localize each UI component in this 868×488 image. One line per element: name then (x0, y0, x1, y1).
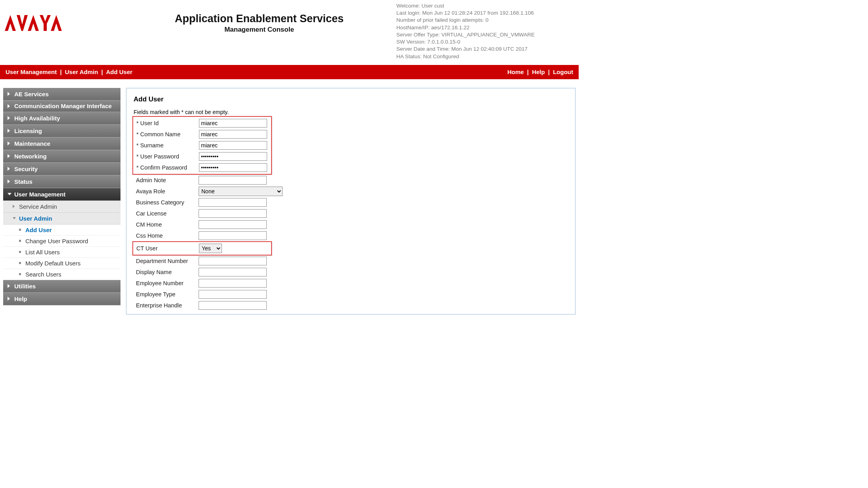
sidebar-item-networking[interactable]: Networking (3, 150, 120, 163)
label-employee-type: Employee Type (134, 291, 199, 297)
info-sw-version: SW Version: 7.0.1.0.0.15-0 (396, 38, 579, 46)
breadcrumb-add-user[interactable]: Add User (106, 69, 132, 75)
label-surname: * Surname (134, 142, 199, 149)
top-right-links: Home | Help | Logout (507, 69, 573, 75)
label-user-password: * User Password (134, 153, 199, 160)
label-admin-note: Admin Note (134, 177, 199, 183)
sidebar-item-cm-interface[interactable]: Communication Manager Interface (3, 101, 120, 112)
sidebar: AE Services Communication Manager Interf… (3, 88, 120, 315)
department-number-input[interactable] (199, 257, 267, 265)
car-license-input[interactable] (199, 209, 267, 218)
breadcrumb-user-admin[interactable]: User Admin (65, 69, 98, 75)
label-employee-number: Employee Number (134, 280, 199, 286)
label-confirm-password: * Confirm Password (134, 164, 199, 171)
breadcrumb-user-management[interactable]: User Management (6, 69, 57, 75)
page-title: Application Enablement Services (122, 13, 396, 25)
avaya-role-select[interactable]: None (199, 187, 283, 196)
highlight-ct-user: CT User Yes (132, 241, 272, 255)
avaya-logo (3, 13, 122, 32)
highlight-required-fields: * User Id * Common Name * Surname * User… (132, 116, 272, 175)
surname-input[interactable] (199, 141, 267, 150)
info-failed-attempts: Number of prior failed login attempts: 0 (396, 17, 579, 24)
sidebar-item-help-nav[interactable]: Help (3, 293, 120, 305)
label-business-category: Business Category (134, 199, 199, 206)
sidebar-item-status[interactable]: Status (3, 175, 120, 188)
enterprise-handle-input[interactable] (199, 301, 267, 310)
label-car-license: Car License (134, 210, 199, 217)
logo-block (3, 2, 122, 32)
title-block: Application Enablement Services Manageme… (122, 2, 396, 34)
info-ha-status: HA Status: Not Configured (396, 53, 579, 60)
label-cm-home: CM Home (134, 221, 199, 228)
sidebar-leaf-modify-default-users[interactable]: Modify Default Users (3, 258, 120, 269)
employee-type-input[interactable] (199, 290, 267, 299)
sidebar-leaf-search-users[interactable]: Search Users (3, 269, 120, 280)
business-category-input[interactable] (199, 198, 267, 207)
sidebar-item-ae-services[interactable]: AE Services (3, 88, 120, 101)
label-user-id: * User Id (134, 120, 199, 126)
label-display-name: Display Name (134, 269, 199, 275)
home-link[interactable]: Home (507, 69, 524, 75)
css-home-input[interactable] (199, 231, 267, 240)
header-area: Application Enablement Services Manageme… (0, 0, 579, 60)
label-css-home: Css Home (134, 233, 199, 239)
label-avaya-role: Avaya Role (134, 188, 199, 194)
sidebar-item-licensing[interactable]: Licensing (3, 125, 120, 137)
label-department-number: Department Number (134, 258, 199, 264)
breadcrumb-bar: User Management | User Admin | Add User … (0, 65, 579, 79)
info-hostname: HostName/IP: aes/172.16.1.22 (396, 24, 579, 31)
help-link[interactable]: Help (532, 69, 545, 75)
required-note: Fields marked with * can not be empty. (134, 109, 568, 115)
common-name-input[interactable] (199, 130, 267, 139)
info-server-date: Server Date and Time: Mon Jun 12 02:40:0… (396, 46, 579, 53)
sidebar-item-user-management[interactable]: User Management (3, 188, 120, 201)
page-subtitle: Management Console (122, 26, 396, 34)
admin-note-input[interactable] (199, 176, 267, 185)
ct-user-select[interactable]: Yes (199, 244, 222, 253)
sidebar-leaf-add-user[interactable]: Add User (3, 225, 120, 236)
label-ct-user: CT User (134, 245, 199, 252)
user-id-input[interactable] (199, 119, 267, 128)
label-common-name: * Common Name (134, 131, 199, 137)
info-welcome: Welcome: User cust (396, 2, 579, 10)
info-last-login: Last login: Mon Jun 12 01:28:24 2017 fro… (396, 10, 579, 17)
user-password-input[interactable] (199, 152, 267, 161)
sidebar-leaf-change-user-password[interactable]: Change User Password (3, 236, 120, 247)
cm-home-input[interactable] (199, 220, 267, 229)
sidebar-leaf-list-all-users[interactable]: List All Users (3, 247, 120, 258)
display-name-input[interactable] (199, 268, 267, 276)
sidebar-sub-service-admin[interactable]: Service Admin (3, 201, 120, 213)
sidebar-item-high-availability[interactable]: .High Availability (3, 112, 120, 125)
label-enterprise-handle: Enterprise Handle (134, 302, 199, 309)
session-info-block: Welcome: User cust Last login: Mon Jun 1… (396, 2, 579, 60)
sidebar-item-utilities[interactable]: Utilities (3, 280, 120, 293)
content-wrap: AE Services Communication Manager Interf… (0, 79, 579, 315)
panel-heading: Add User (134, 95, 568, 103)
employee-number-input[interactable] (199, 279, 267, 288)
info-server-offer: Server Offer Type: VIRTUAL_APPLIANCE_ON_… (396, 31, 579, 38)
logout-link[interactable]: Logout (553, 69, 573, 75)
sidebar-item-maintenance[interactable]: Maintenance (3, 137, 120, 150)
breadcrumb: User Management | User Admin | Add User (6, 69, 132, 75)
confirm-password-input[interactable] (199, 163, 267, 172)
sidebar-item-security[interactable]: Security (3, 163, 120, 175)
main-panel: Add User Fields marked with * can not be… (126, 88, 575, 315)
sidebar-sub-user-admin[interactable]: User Admin (3, 213, 120, 225)
